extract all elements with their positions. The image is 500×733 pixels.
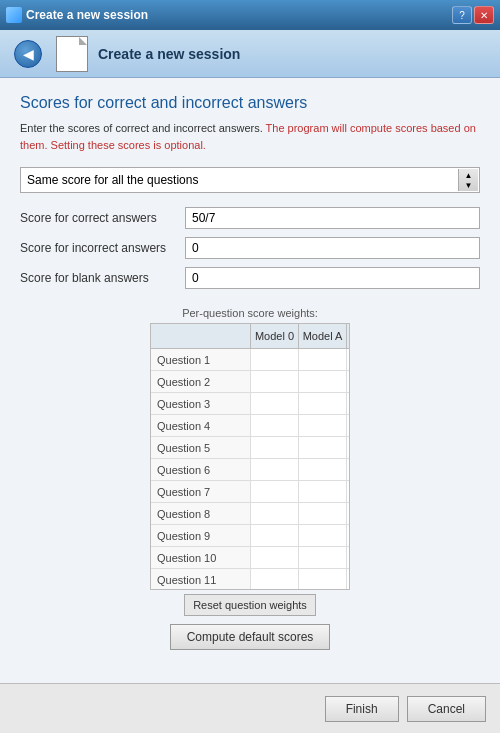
table-header: Model 0 Model A — [151, 324, 349, 349]
incorrect-answers-label: Score for incorrect answers — [20, 241, 185, 255]
title-bar-buttons: ? ✕ — [452, 6, 494, 24]
table-row: Question 7 — [151, 481, 349, 503]
app-icon — [6, 7, 22, 23]
table-row: Question 8 — [151, 503, 349, 525]
per-question-section: Per-question score weights: Model 0 Mode… — [20, 307, 480, 650]
blank-answers-input[interactable] — [185, 267, 480, 289]
dropdown-wrapper: Same score for all the questions Differe… — [20, 167, 480, 193]
reset-weights-button[interactable]: Reset question weights — [184, 594, 316, 616]
weights-table: Model 0 Model A Question 1 Question 2 Qu… — [150, 323, 350, 590]
close-button[interactable]: ✕ — [474, 6, 494, 24]
th-question — [151, 324, 251, 348]
table-row: Question 4 — [151, 415, 349, 437]
incorrect-answers-row: Score for incorrect answers — [20, 237, 480, 259]
description: Enter the scores of correct and incorrec… — [20, 120, 480, 153]
table-row: Question 6 — [151, 459, 349, 481]
description-text1: Enter the scores of correct and incorrec… — [20, 122, 263, 134]
wizard-doc-icon — [56, 36, 88, 72]
incorrect-answers-input[interactable] — [185, 237, 480, 259]
dropdown-row: Same score for all the questions Differe… — [20, 167, 480, 193]
table-row: Question 2 — [151, 371, 349, 393]
table-row: Question 9 — [151, 525, 349, 547]
correct-answers-label: Score for correct answers — [20, 211, 185, 225]
wizard-header: ◀ Create a new session — [0, 30, 500, 78]
table-scroll[interactable]: Question 1 Question 2 Question 3 Questio… — [151, 349, 349, 589]
wizard-title: Create a new session — [98, 46, 240, 62]
score-mode-dropdown[interactable]: Same score for all the questions Differe… — [20, 167, 480, 193]
correct-answers-row: Score for correct answers — [20, 207, 480, 229]
correct-answers-input[interactable] — [185, 207, 480, 229]
blank-answers-label: Score for blank answers — [20, 271, 185, 285]
title-bar-left: Create a new session — [6, 7, 148, 23]
page-title: Scores for correct and incorrect answers — [20, 94, 480, 112]
compute-default-scores-button[interactable]: Compute default scores — [170, 624, 331, 650]
finish-button[interactable]: Finish — [325, 696, 399, 722]
table-row: Question 3 — [151, 393, 349, 415]
table-row: Question 11 — [151, 569, 349, 589]
per-question-label: Per-question score weights: — [182, 307, 318, 319]
table-row: Question 1 — [151, 349, 349, 371]
th-modelA: Model A — [299, 324, 347, 348]
table-row: Question 10 — [151, 547, 349, 569]
cancel-button[interactable]: Cancel — [407, 696, 486, 722]
table-row: Question 5 — [151, 437, 349, 459]
footer: Finish Cancel — [0, 683, 500, 733]
content-area: Scores for correct and incorrect answers… — [0, 78, 500, 683]
th-model0: Model 0 — [251, 324, 299, 348]
title-bar-text: Create a new session — [26, 8, 148, 22]
blank-answers-row: Score for blank answers — [20, 267, 480, 289]
help-button[interactable]: ? — [452, 6, 472, 24]
title-bar: Create a new session ? ✕ — [0, 0, 500, 30]
back-button[interactable]: ◀ — [14, 40, 42, 68]
